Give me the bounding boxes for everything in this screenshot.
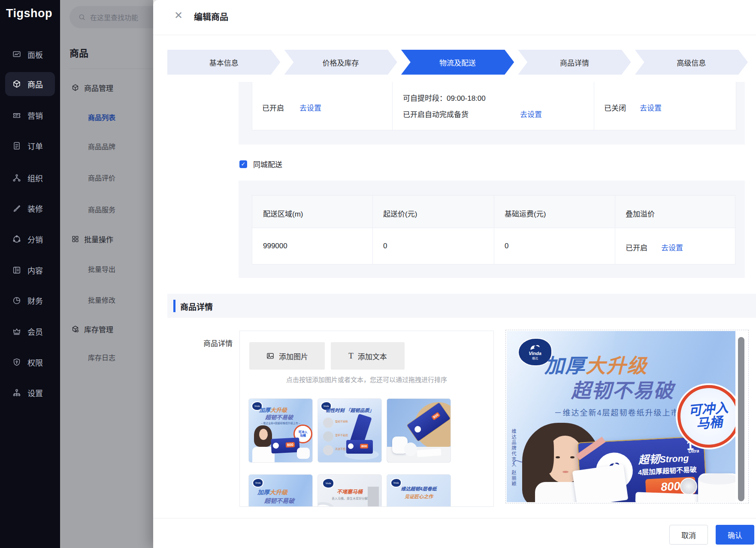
dashboard-icon — [12, 50, 21, 59]
sidebar-item-decoration[interactable]: 装修 — [5, 196, 55, 220]
detail-thumb-4[interactable]: Vinda 加厚大升级 超韧不易破 －维达全新4层超韧卷纸升级上市－ — [248, 474, 313, 507]
detail-thumb-5[interactable]: Vinda 不堵塞马桶 丢入马桶，原生木浆好分解 — [318, 474, 382, 507]
tab-price-stock[interactable]: 价格及库存 — [284, 50, 397, 75]
detail-thumb-3[interactable]: 800 — [387, 398, 451, 463]
detail-thumb-6[interactable]: Vinda 维达超韧4层卷纸 见证匠心之作 1 更厚实 — [387, 474, 451, 507]
detail-preview-pane: Vinda 维达 加厚大升级 超韧不易破 －维达全新4层超韧卷纸升级上市－ 维达… — [505, 330, 749, 503]
tissue-sheet — [572, 464, 629, 502]
shield-key-icon — [12, 358, 21, 367]
header-divider — [153, 35, 756, 35]
tab-advanced[interactable]: 高级信息 — [635, 50, 748, 75]
detail-preview-image[interactable]: Vinda 维达 加厚大升级 超韧不易破 －维达全新4层超韧卷纸升级上市－ 维达… — [507, 331, 735, 502]
col-min-price: 起送价(元) — [383, 208, 417, 219]
crown-icon — [12, 327, 21, 336]
ticket-icon — [12, 111, 21, 120]
shipping-panel: 已开启 去设置 可自提时段：09:00-18:00 已开启自动完成备货 去设置 … — [239, 82, 745, 145]
modal-overlay[interactable] — [60, 0, 153, 548]
sidebar-item-finance[interactable]: 财务 — [5, 289, 55, 313]
sidebar-item-distribution[interactable]: 分销 — [5, 227, 55, 251]
detail-band-title: 商品详情 — [180, 301, 213, 312]
confirm-button[interactable]: 确认 — [716, 525, 754, 545]
city-delivery-table: 配送区域(m) 起送价(元) 基础运费(元) 叠加溢价 999000 0 0 已… — [252, 195, 735, 265]
headline-part1: 加厚 — [544, 355, 586, 377]
brush-icon — [12, 204, 21, 213]
document-icon — [12, 141, 21, 151]
col-surcharge: 叠加溢价 — [626, 208, 655, 219]
layout-doc-icon — [12, 265, 21, 275]
paper-roll — [698, 473, 735, 502]
text-icon: T — [348, 351, 354, 361]
sitemap-icon — [12, 388, 21, 397]
tab-logistics[interactable]: 物流及配送 — [401, 50, 514, 75]
sidebar-item-permissions[interactable]: 权限 — [5, 350, 55, 374]
editor-hint: 点击按钮添加图片或者文本，您还可以通过拖拽进行排序 — [240, 375, 493, 384]
city-delivery-label: 同城配送 — [253, 159, 282, 169]
headline-part2: 大升级 — [586, 355, 647, 377]
modal-title: 编辑商品 — [194, 10, 228, 23]
city-delivery-checkbox[interactable]: ✓ — [239, 160, 247, 168]
shipping-table: 已开启 去设置 可自提时段：09:00-18:00 已开启自动完成备货 去设置 … — [252, 82, 736, 130]
pickup-auto-status: 已开启自动完成备货 — [403, 108, 469, 119]
sidebar-item-content[interactable]: 内容 — [5, 258, 55, 282]
app-window: Tigshop 面板 商品 营销 订单 组织 装修 分销 — [0, 0, 756, 548]
cube-icon — [12, 79, 21, 89]
footer-divider — [153, 518, 756, 518]
other-setup-link[interactable]: 去设置 — [640, 102, 662, 113]
cell-base-fee: 0 — [505, 242, 508, 250]
col-base-fee: 基础运费(元) — [505, 208, 546, 219]
headline-line2: 超韧不易破 — [571, 375, 674, 403]
edit-product-modal: ✕ 编辑商品 基本信息 价格及库存 物流及配送 商品详情 高级信息 已开启 去设… — [153, 0, 756, 548]
tab-product-detail[interactable]: 商品详情 — [518, 50, 631, 75]
city-delivery-row: ✓ 同城配送 — [239, 159, 282, 169]
col-area: 配送区域(m) — [263, 208, 303, 219]
sidebar-item-goods[interactable]: 商品 — [5, 72, 55, 96]
add-text-button[interactable]: T 添加文本 — [331, 342, 405, 370]
cancel-button[interactable]: 取消 — [669, 525, 708, 545]
detail-field-label: 商品详情 — [194, 337, 233, 348]
sidebar-item-marketing[interactable]: 营销 — [5, 103, 55, 127]
detail-editor: 添加图片 T 添加文本 点击按钮添加图片或者文本，您还可以通过拖拽进行排序 Vi… — [239, 331, 494, 507]
sidebar-item-members[interactable]: 会员 — [5, 319, 55, 343]
other-status: 已关闭 — [604, 102, 626, 113]
express-setup-link[interactable]: 去设置 — [299, 102, 321, 113]
pickup-setup-link[interactable]: 去设置 — [520, 108, 542, 119]
close-icon[interactable]: ✕ — [172, 9, 184, 21]
city-delivery-panel: 配送区域(m) 起送价(元) 基础运费(元) 叠加溢价 999000 0 0 已… — [239, 181, 745, 278]
pie-chart-icon — [12, 296, 21, 305]
detail-section-band: 商品详情 — [167, 294, 756, 318]
preview-scrollbar[interactable] — [738, 337, 744, 501]
share-circle-icon — [12, 235, 21, 244]
cell-min-price: 0 — [383, 242, 387, 250]
tab-basic-info[interactable]: 基本信息 — [167, 50, 280, 75]
pickup-time: 可自提时段：09:00-18:00 — [403, 92, 486, 103]
express-status: 已开启 — [262, 102, 284, 113]
primary-sidebar: Tigshop 面板 商品 营销 订单 组织 装修 分销 — [0, 0, 60, 548]
cell-area: 999000 — [263, 242, 287, 250]
detail-thumb-2[interactable]: Vinda 韧性时刻 「超韧品质」 强韧不掉粉 湿手不粘纸 清洁不费力 800 — [318, 398, 382, 463]
surcharge-setup-link[interactable]: 去设置 — [661, 242, 683, 253]
sidebar-item-settings[interactable]: 设置 — [5, 381, 55, 405]
accent-bar — [173, 300, 175, 312]
cell-surcharge-status: 已开启 — [626, 242, 647, 253]
step-tabs: 基本信息 价格及库存 物流及配送 商品详情 高级信息 — [167, 50, 748, 75]
sidebar-item-orders[interactable]: 订单 — [5, 134, 55, 158]
org-nodes-icon — [12, 173, 21, 183]
add-image-button[interactable]: 添加图片 — [249, 342, 325, 370]
image-icon — [266, 352, 275, 360]
sidebar-item-dashboard[interactable]: 面板 — [5, 42, 55, 66]
app-logo: Tigshop — [6, 7, 52, 20]
sidebar-item-organization[interactable]: 组织 — [5, 166, 55, 190]
detail-thumb-1[interactable]: Vinda 加厚大升级 超韧不易破 －维达全新4层超韧卷纸升级上市－ 可冲入马桶… — [248, 398, 313, 463]
